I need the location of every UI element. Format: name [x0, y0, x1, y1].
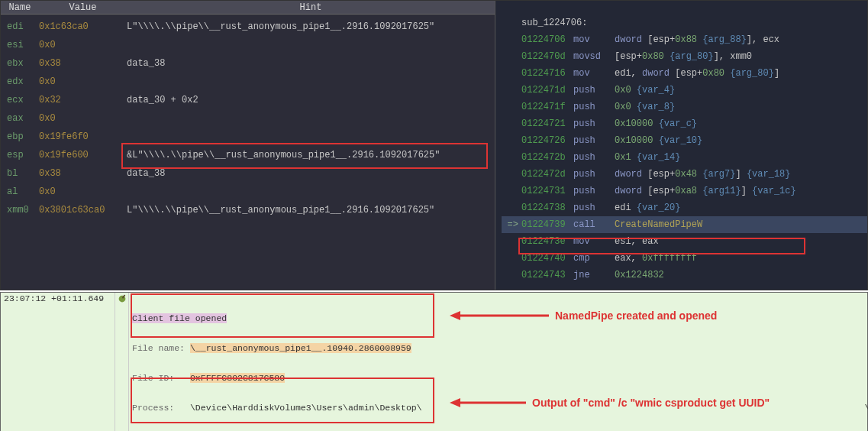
col-value[interactable]: Value	[39, 2, 127, 13]
disasm-row[interactable]: 01224740 cmp eax, 0xffffffff	[502, 250, 867, 267]
reg-hint: data_30 + 0x2	[127, 93, 495, 107]
mnemonic: cmp	[573, 251, 615, 265]
reg-hint	[127, 185, 495, 199]
reg-hint	[127, 112, 495, 125]
disasm-row[interactable]: 01224721 push 0x10000 {var_c}	[502, 115, 867, 132]
current-arrow-icon	[502, 100, 521, 114]
register-row[interactable]: bl0x38data_38	[1, 164, 495, 183]
reg-name: ecx	[1, 93, 39, 107]
register-row[interactable]: ebx0x38data_38	[1, 54, 495, 73]
reg-name: ebx	[1, 57, 39, 70]
reg-hint: data_38	[127, 57, 495, 70]
mnemonic: push	[573, 201, 615, 215]
register-row[interactable]: ecx0x32data_30 + 0x2	[1, 91, 495, 109]
disasm-row[interactable]: 0122472b push 0x1 {var_14}	[502, 149, 867, 166]
reg-value: 0x1c63ca0	[39, 20, 127, 34]
current-arrow-icon: =>	[502, 218, 521, 232]
reg-value: 0x0	[39, 38, 127, 52]
disasm-row[interactable]: 01224738 push edi {var_20}	[502, 199, 867, 216]
disasm-row[interactable]: 0122470d movsd [esp+0x80 {arg_80}], xmm0	[502, 48, 867, 65]
operands: eax, 0xffffffff	[615, 251, 697, 265]
operands: 0x0 {var_8}	[615, 100, 675, 114]
register-row[interactable]: eax0x0	[1, 109, 495, 128]
register-row[interactable]: edx0x0	[1, 73, 495, 91]
disasm-row[interactable]: 0122473e mov esi, eax	[502, 233, 867, 250]
operands: dword [esp+0xa8 {arg11}] {var_1c}	[615, 184, 796, 198]
col-hint[interactable]: Hint	[127, 2, 495, 13]
reg-hint: L"\\\\.\\pipe\\__rust_anonymous_pipe1__.…	[127, 20, 495, 34]
sub-label: sub_1224706:	[521, 16, 587, 30]
current-arrow-icon	[502, 134, 521, 147]
registers-panel: Name Value Hint edi0x1c63ca0L"\\\\.\\pip…	[1, 1, 495, 290]
register-row[interactable]: xmm00x3801c63ca0L"\\\\.\\pipe\\__rust_an…	[1, 201, 495, 219]
mnemonic: push	[573, 134, 615, 147]
addr: 0122471d	[521, 83, 573, 97]
reg-name: edx	[1, 75, 39, 89]
disasm-row[interactable]: 0122471f push 0x0 {var_8}	[502, 99, 867, 115]
reg-value: 0x19fe6f0	[39, 130, 127, 144]
disasm-body: 01224706 mov dword [esp+0x88 {arg_88}], …	[502, 31, 867, 284]
current-arrow-icon	[502, 117, 521, 131]
mnemonic: push	[573, 184, 615, 198]
reg-value: 0x0	[39, 185, 127, 199]
operands: dword [esp+0x48 {arg7}] {var_18}	[615, 167, 790, 181]
addr: 01224716	[521, 66, 573, 80]
addr: 0122472b	[521, 151, 573, 164]
reg-hint	[127, 38, 495, 52]
current-arrow-icon	[502, 66, 521, 80]
arrow-left-icon	[450, 309, 549, 322]
disasm-row[interactable]: 01224743 jne 0x1224832	[502, 267, 867, 284]
mnemonic: call	[573, 218, 615, 232]
register-row[interactable]: al0x0	[1, 183, 495, 201]
register-row[interactable]: esi0x0	[1, 36, 495, 54]
operands: 0x1224832	[615, 268, 664, 282]
mnemonic: push	[573, 100, 615, 114]
mnemonic: push	[573, 117, 615, 131]
annotation: NamedPipe created and opened	[450, 309, 717, 322]
reg-value: 0x32	[39, 93, 127, 107]
reg-value: 0x19fe600	[39, 148, 127, 162]
disasm-row[interactable]: 0122472d push dword [esp+0x48 {arg7}] {v…	[502, 166, 867, 183]
operands: CreateNamedPipeW	[615, 218, 702, 232]
current-arrow-icon	[502, 235, 521, 248]
register-row[interactable]: edi0x1c63ca0L"\\\\.\\pipe\\__rust_anonym…	[1, 18, 495, 36]
operands: [esp+0x80 {arg_80}], xmm0	[615, 50, 752, 63]
addr: 01224740	[521, 251, 573, 265]
reg-hint: L"\\\\.\\pipe\\__rust_anonymous_pipe1__.…	[127, 203, 495, 217]
register-row[interactable]: esp0x19fe600&L"\\\\.\\pipe\\__rust_anony…	[1, 146, 495, 164]
disasm-label-row: sub_1224706:	[502, 15, 867, 31]
addr: 01224721	[521, 117, 573, 131]
annotation: Output of "cmd" /c "wmic csproduct get U…	[450, 397, 770, 409]
disasm-panel: sub_1224706: 01224706 mov dword [esp+0x8…	[495, 1, 867, 290]
svg-marker-14	[450, 311, 460, 320]
current-arrow-icon	[502, 151, 521, 164]
registers-header: Name Value Hint	[1, 1, 495, 15]
svg-marker-16	[450, 398, 460, 407]
disasm-row[interactable]: 01224706 mov dword [esp+0x88 {arg_88}], …	[502, 31, 867, 48]
disasm-row[interactable]: 01224726 push 0x10000 {var_10}	[502, 132, 867, 149]
registers-body: edi0x1c63ca0L"\\\\.\\pipe\\__rust_anonym…	[1, 15, 495, 222]
reg-name: bl	[1, 167, 39, 180]
current-arrow-icon	[502, 184, 521, 198]
mnemonic: mov	[573, 66, 615, 80]
reg-value: 0x3801c63ca0	[39, 203, 127, 217]
reg-name: eax	[1, 112, 39, 125]
register-row[interactable]: ebp0x19fe6f0	[1, 128, 495, 146]
operands: esi, eax	[615, 235, 659, 248]
disasm-row[interactable]: 01224731 push dword [esp+0xa8 {arg11}] {…	[502, 183, 867, 199]
addr: 0122471f	[521, 100, 573, 114]
operands: dword [esp+0x88 {arg_88}], ecx	[615, 33, 779, 47]
operands: 0x10000 {var_10}	[615, 134, 702, 147]
mnemonic: push	[573, 83, 615, 97]
log-row[interactable]: 23:07:12 +01:11.649 Client file opened F…	[1, 293, 867, 431]
disasm-row[interactable]: 0122471d push 0x0 {var_4}	[502, 82, 867, 99]
reg-hint	[127, 75, 495, 89]
disasm-row[interactable]: 01224716 mov edi, dword [esp+0x80 {arg_8…	[502, 65, 867, 82]
operands: edi, dword [esp+0x80 {arg_80}]	[615, 66, 779, 80]
col-name[interactable]: Name	[1, 2, 39, 13]
reg-value: 0x0	[39, 112, 127, 125]
current-arrow-icon	[502, 167, 521, 181]
current-arrow-icon	[502, 201, 521, 215]
mnemonic: jne	[573, 268, 615, 282]
disasm-row[interactable]: =>01224739 call CreateNamedPipeW	[502, 216, 867, 233]
